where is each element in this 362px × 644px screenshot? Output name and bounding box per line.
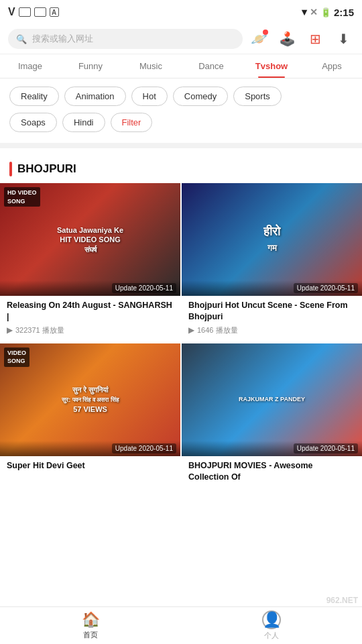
video-title-1: Releasing On 24th August - SANGHARSH | <box>7 300 174 323</box>
signal-icon: ✕ <box>310 7 318 17</box>
video-meta-1: ▶ 322371 播放量 <box>7 325 174 335</box>
video-info-3: Super Hit Devi Geet <box>0 456 180 481</box>
home-icon: 🏠 <box>82 611 100 629</box>
video-thumb-4: RAJKUMAR Z PANDEY Update 2020-05-11 <box>182 343 362 456</box>
grid-icon: ⊞ <box>310 31 321 47</box>
nav-tabs: Image Funny Music Dance Tvshow Apps <box>0 54 362 78</box>
bhojpuri-title: BHOJPURI <box>0 162 362 183</box>
search-icon: 🔍 <box>16 34 27 44</box>
address-bar: 🔍 搜索或输入网址 🪐 🕹️ ⊞ ⬇ <box>0 24 362 54</box>
section-divider <box>0 143 362 148</box>
play-icon-1: ▶ <box>7 325 13 335</box>
update-badge-1: Update 2020-05-11 <box>112 283 176 293</box>
video-card-4[interactable]: RAJKUMAR Z PANDEY Update 2020-05-11 BHOJ… <box>182 343 362 492</box>
chip-hot[interactable]: Hot <box>131 87 168 106</box>
views-1: 322371 播放量 <box>15 325 64 335</box>
tab-funny[interactable]: Funny <box>60 54 121 78</box>
search-box[interactable]: 🔍 搜索或输入网址 <box>8 29 243 49</box>
status-right-icons: ▾ ✕ 🔋 2:15 <box>302 6 354 18</box>
hd-badge-1: HD VIDEOSONG <box>4 187 40 207</box>
square-icon2 <box>34 7 46 17</box>
filter-section: Reality Animation Hot Comedy Sports Soap… <box>0 78 362 143</box>
title-bar-accent <box>9 162 12 176</box>
joystick-button[interactable]: 🕹️ <box>276 28 298 50</box>
time-display: 2:15 <box>334 7 354 18</box>
video-info-2: Bhojpuri Hot Uncut Scene - Scene From Bh… <box>182 296 362 342</box>
chip-sports[interactable]: Sports <box>233 87 282 106</box>
joystick-icon: 🕹️ <box>279 31 296 47</box>
video-grid: Satua Jawaniya KeHIT VIDEO SONGसंघर्ष HD… <box>0 183 362 495</box>
play-icon-2: ▶ <box>188 325 194 335</box>
tab-tvshow[interactable]: Tvshow <box>241 54 302 78</box>
video-card-3[interactable]: सुन रे सुगनियांसुर: पवन सिंह व असरा सिंह… <box>0 343 180 492</box>
views-2: 1646 播放量 <box>197 325 238 335</box>
filter-row-2: Soaps Hindi Filter <box>9 113 353 132</box>
video-title-4: BHOJPURI MOVIES - Awesome Collection Of <box>188 460 355 483</box>
update-badge-2: Update 2020-05-11 <box>294 283 358 293</box>
nav-profile[interactable]: 👤 个人 <box>181 610 362 641</box>
update-overlay-1: Update 2020-05-11 <box>0 280 180 296</box>
a-icon: A <box>50 7 59 17</box>
video-title-2: Bhojpuri Hot Uncut Scene - Scene From Bh… <box>188 300 355 323</box>
chip-hindi[interactable]: Hindi <box>62 113 105 132</box>
chip-soaps[interactable]: Soaps <box>9 113 57 132</box>
square-icon1 <box>19 7 31 17</box>
update-overlay-2: Update 2020-05-11 <box>182 280 362 296</box>
video-card-1[interactable]: Satua Jawaniya KeHIT VIDEO SONGसंघर्ष HD… <box>0 183 180 342</box>
address-icons: 🪐 🕹️ ⊞ ⬇ <box>248 28 354 50</box>
video-title-3: Super Hit Devi Geet <box>7 460 174 472</box>
watermark: 962.NET <box>322 594 362 606</box>
tab-apps[interactable]: Apps <box>302 54 362 78</box>
wifi-icon: ▾ <box>302 6 307 18</box>
status-bar: V A ▾ ✕ 🔋 2:15 <box>0 0 362 24</box>
planet-button[interactable]: 🪐 <box>248 28 269 50</box>
status-left-icons: V A <box>8 6 59 18</box>
video-thumb-1: Satua Jawaniya KeHIT VIDEO SONGसंघर्ष HD… <box>0 183 180 296</box>
search-placeholder: 搜索或输入网址 <box>32 33 93 45</box>
battery-icon: 🔋 <box>320 7 331 17</box>
download-icon: ⬇ <box>338 31 349 47</box>
tab-music[interactable]: Music <box>121 54 181 78</box>
thumb-bg-4: RAJKUMAR Z PANDEY <box>182 343 362 456</box>
profile-icon: 👤 <box>262 610 281 629</box>
update-overlay-3: Update 2020-05-11 <box>0 441 180 456</box>
v-icon: V <box>8 6 15 18</box>
thumb-overlay-text-3: सुन रे सुगनियांसुर: पवन सिंह व असरा सिंह… <box>58 385 123 414</box>
tab-dance[interactable]: Dance <box>181 54 241 78</box>
video-card-2[interactable]: हीरोगम Update 2020-05-11 Bhojpuri Hot Un… <box>182 183 362 342</box>
chip-comedy[interactable]: Comedy <box>173 87 228 106</box>
update-overlay-4: Update 2020-05-11 <box>182 441 362 456</box>
thumb-overlay-text-1: Satua Jawaniya KeHIT VIDEO SONGसंघर्ष <box>53 225 127 254</box>
bhojpuri-section: BHOJPURI Satua Jawaniya KeHIT VIDEO SONG… <box>0 154 362 495</box>
grid-button[interactable]: ⊞ <box>304 28 326 50</box>
video-info-1: Releasing On 24th August - SANGHARSH | ▶… <box>0 296 180 342</box>
profile-label: 个人 <box>264 631 279 641</box>
video-info-4: BHOJPURI MOVIES - Awesome Collection Of <box>182 456 362 492</box>
thumb-bg-2: हीरोगम <box>182 183 362 296</box>
planet-icon: 🪐 <box>251 31 267 47</box>
video-badge-3: VIDEOSONG <box>4 347 29 367</box>
chip-filter[interactable]: Filter <box>111 113 153 132</box>
video-meta-2: ▶ 1646 播放量 <box>188 325 355 335</box>
thumb-overlay-text-2: हीरोगम <box>259 224 284 256</box>
video-thumb-2: हीरोगम Update 2020-05-11 <box>182 183 362 296</box>
chip-reality[interactable]: Reality <box>9 87 59 106</box>
tab-image[interactable]: Image <box>0 54 60 78</box>
video-thumb-3: सुन रे सुगनियांसुर: पवन सिंह व असरा सिंह… <box>0 343 180 456</box>
update-badge-4: Update 2020-05-11 <box>294 443 358 453</box>
home-label: 首页 <box>83 630 98 640</box>
filter-row-1: Reality Animation Hot Comedy Sports <box>9 87 353 106</box>
update-badge-3: Update 2020-05-11 <box>112 443 176 453</box>
bottom-nav: 🏠 首页 👤 个人 <box>0 606 362 644</box>
chip-animation[interactable]: Animation <box>64 87 126 106</box>
nav-home[interactable]: 🏠 首页 <box>0 611 181 640</box>
download-button[interactable]: ⬇ <box>333 28 354 50</box>
thumb-overlay-text-4: RAJKUMAR Z PANDEY <box>235 396 309 404</box>
